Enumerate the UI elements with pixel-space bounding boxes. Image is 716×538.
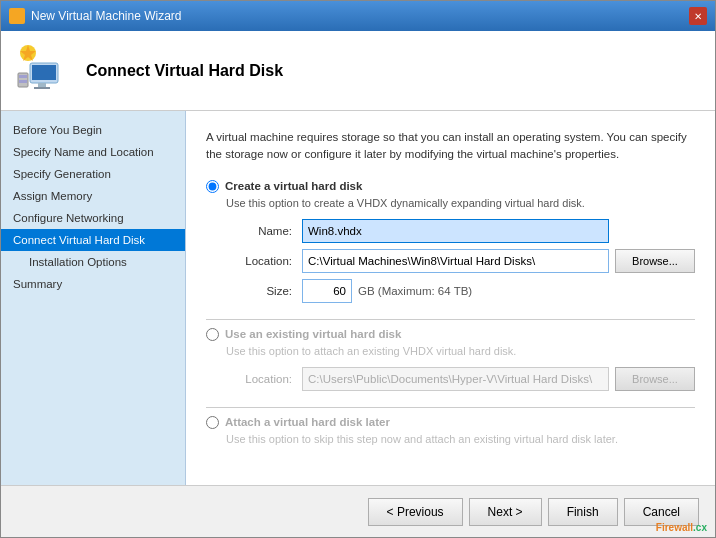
size-unit: GB (Maximum: 64 TB) bbox=[358, 285, 472, 297]
sidebar-item-assign-memory[interactable]: Assign Memory bbox=[1, 185, 185, 207]
option3-desc: Use this option to skip this step now an… bbox=[226, 433, 695, 445]
option1-radio[interactable] bbox=[206, 180, 219, 193]
sidebar-item-configure-networking[interactable]: Configure Networking bbox=[1, 207, 185, 229]
content-description: A virtual machine requires storage so th… bbox=[206, 129, 695, 164]
page-header: Connect Virtual Hard Disk bbox=[1, 31, 715, 111]
header-icon bbox=[16, 43, 71, 98]
watermark-cx: .cx bbox=[693, 522, 707, 533]
option2-location-label: Location: bbox=[226, 373, 296, 385]
option1-radio-label[interactable]: Create a virtual hard disk bbox=[206, 180, 695, 193]
option2-group: Use an existing virtual hard disk Use th… bbox=[206, 328, 695, 391]
svg-rect-6 bbox=[34, 87, 50, 89]
option2-radio[interactable] bbox=[206, 328, 219, 341]
svg-rect-5 bbox=[38, 83, 46, 87]
name-label: Name: bbox=[226, 225, 296, 237]
next-button[interactable]: Next > bbox=[469, 498, 542, 526]
option3-group: Attach a virtual hard disk later Use thi… bbox=[206, 416, 695, 445]
browse-button-2[interactable]: Browse... bbox=[615, 367, 695, 391]
main-body: Before You BeginSpecify Name and Locatio… bbox=[1, 111, 715, 485]
sidebar-item-specify-gen[interactable]: Specify Generation bbox=[1, 163, 185, 185]
option2-form: Location: Browse... bbox=[226, 367, 695, 391]
option3-radio[interactable] bbox=[206, 416, 219, 429]
page-title: Connect Virtual Hard Disk bbox=[86, 62, 283, 80]
location-label: Location: bbox=[226, 255, 296, 267]
previous-button[interactable]: < Previous bbox=[368, 498, 463, 526]
watermark-fw: Firewall bbox=[656, 522, 693, 533]
option3-label: Attach a virtual hard disk later bbox=[225, 416, 390, 428]
name-input[interactable] bbox=[302, 219, 609, 243]
svg-rect-0 bbox=[12, 11, 22, 21]
sidebar-item-connect-vhd[interactable]: Connect Virtual Hard Disk bbox=[1, 229, 185, 251]
option1-label: Create a virtual hard disk bbox=[225, 180, 362, 192]
browse-button-1[interactable]: Browse... bbox=[615, 249, 695, 273]
size-input[interactable] bbox=[302, 279, 352, 303]
sidebar-item-specify-name[interactable]: Specify Name and Location bbox=[1, 141, 185, 163]
finish-button[interactable]: Finish bbox=[548, 498, 618, 526]
app-icon bbox=[9, 8, 25, 24]
option1-desc: Use this option to create a VHDX dynamic… bbox=[226, 197, 695, 209]
option1-form: Name: Location: Browse... Size: GB (Maxi… bbox=[226, 219, 695, 303]
option2-desc: Use this option to attach an existing VH… bbox=[226, 345, 695, 357]
sidebar: Before You BeginSpecify Name and Locatio… bbox=[1, 111, 186, 485]
svg-rect-4 bbox=[32, 65, 56, 80]
close-button[interactable]: ✕ bbox=[689, 7, 707, 25]
option2-location-input[interactable] bbox=[302, 367, 609, 391]
title-bar: New Virtual Machine Wizard ✕ bbox=[1, 1, 715, 31]
window-title: New Virtual Machine Wizard bbox=[31, 9, 182, 23]
sidebar-item-install-options[interactable]: Installation Options bbox=[1, 251, 185, 273]
option2-radio-label[interactable]: Use an existing virtual hard disk bbox=[206, 328, 695, 341]
location-input[interactable] bbox=[302, 249, 609, 273]
svg-rect-9 bbox=[19, 80, 27, 83]
option1-group: Create a virtual hard disk Use this opti… bbox=[206, 180, 695, 303]
main-window: New Virtual Machine Wizard ✕ bbox=[0, 0, 716, 538]
footer: < Previous Next > Finish Cancel Firewall… bbox=[1, 485, 715, 537]
option3-radio-label[interactable]: Attach a virtual hard disk later bbox=[206, 416, 695, 429]
svg-rect-8 bbox=[19, 75, 27, 78]
content-area: A virtual machine requires storage so th… bbox=[186, 111, 715, 485]
divider-1 bbox=[206, 319, 695, 320]
divider-2 bbox=[206, 407, 695, 408]
size-label-field: Size: bbox=[226, 285, 296, 297]
watermark: Firewall.cx bbox=[656, 522, 707, 533]
sidebar-item-before-you-begin[interactable]: Before You Begin bbox=[1, 119, 185, 141]
option2-label: Use an existing virtual hard disk bbox=[225, 328, 401, 340]
sidebar-item-summary[interactable]: Summary bbox=[1, 273, 185, 295]
